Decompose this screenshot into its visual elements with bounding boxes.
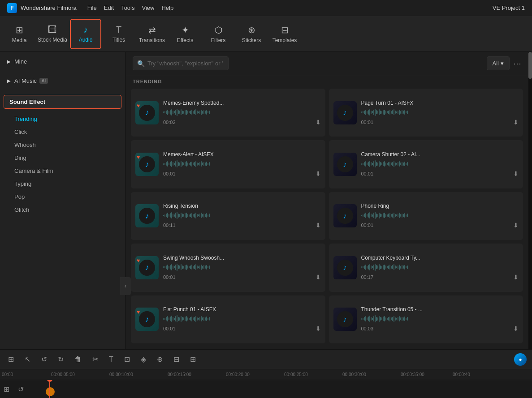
toolbar-media[interactable]: ⊞ Media: [4, 19, 35, 49]
music-note-icon: ♪: [145, 211, 149, 221]
audio-thumbnail: ♪: [333, 256, 357, 279]
trending-label: TRENDING: [125, 75, 528, 87]
audio-waveform: [163, 314, 321, 323]
toolbar-templates[interactable]: ⊟ Templates: [269, 19, 300, 49]
sidebar-item-trending[interactable]: Trending: [0, 112, 125, 125]
timeline-text-btn[interactable]: T: [106, 354, 116, 365]
audio-card[interactable]: ♪Page Turn 01 - AISFX00:01⬇: [329, 89, 523, 137]
timeline-translate-btn[interactable]: ⊞: [187, 353, 199, 365]
audio-waveform: [361, 263, 519, 272]
toolbar-stock-media[interactable]: 🎞 Stock Media: [37, 19, 68, 49]
toolbar-stickers[interactable]: ⊛ Stickers: [236, 19, 267, 49]
audio-download-button[interactable]: ⬇: [513, 274, 519, 281]
audio-card[interactable]: ♪Phone Ring00:01⬇: [329, 192, 523, 240]
menu-help[interactable]: Help: [161, 4, 173, 11]
sidebar-ai-music-label: AI Music: [14, 77, 37, 84]
audio-card[interactable]: ♪Camera Shutter 02 - Al...00:01⬇: [329, 140, 523, 188]
audio-thumb-inner: ♪: [139, 105, 155, 121]
media-icon: ⊞: [16, 25, 23, 35]
audio-duration: 00:17: [361, 274, 374, 280]
sidebar-item-typing[interactable]: Typing: [0, 177, 125, 190]
timeline-crop-btn[interactable]: ⊡: [121, 353, 133, 365]
filter-button[interactable]: All ▾: [487, 56, 510, 70]
audio-card[interactable]: ♪Thunder Transition 05 - ...00:03⬇: [329, 295, 523, 343]
sidebar-collapse-button[interactable]: ‹: [120, 277, 125, 295]
audio-duration: 00:03: [361, 326, 374, 331]
timeline-undo-btn[interactable]: ↺: [39, 353, 50, 365]
sidebar-item-ding[interactable]: Ding: [0, 151, 125, 164]
filter-label: All: [493, 60, 499, 67]
timeline-caption-btn[interactable]: ⊟: [171, 353, 182, 365]
timeline-mask-btn[interactable]: ◈: [138, 353, 149, 365]
track-add-button[interactable]: ⊞: [4, 384, 9, 394]
audio-card[interactable]: ♪Computer Keyboard Ty...00:17⬇: [329, 244, 523, 291]
audio-download-button[interactable]: ⬇: [316, 119, 321, 126]
audio-info: Memes-Enemy Spotted...00:02⬇: [163, 100, 321, 126]
audio-info: Page Turn 01 - AISFX00:01⬇: [361, 100, 519, 126]
stickers-icon: ⊛: [248, 25, 255, 35]
audio-download-button[interactable]: ⬇: [513, 325, 519, 332]
audio-card[interactable]: ♪♥Fist Punch 01 - AISFX00:01⬇: [131, 295, 325, 343]
audio-card[interactable]: ♪Rising Tension00:11⬇: [131, 192, 325, 240]
sidebar-sound-effect[interactable]: Sound Effect: [4, 95, 121, 109]
search-wrap: 🔍: [133, 56, 483, 70]
more-options-button[interactable]: ⋯: [513, 59, 521, 68]
audio-download-button[interactable]: ⬇: [513, 119, 519, 126]
audio-download-button[interactable]: ⬇: [316, 222, 321, 229]
audio-footer: 00:02⬇: [163, 119, 321, 126]
titlebar: F Wondershare Filmora File Edit Tools Vi…: [0, 0, 532, 16]
timeline-delete-btn[interactable]: 🗑: [72, 354, 84, 365]
transitions-icon: ⇄: [148, 25, 156, 35]
toolbar-filters[interactable]: ⬡ Filters: [203, 19, 234, 49]
app-logo: F: [7, 3, 17, 13]
toolbar-effects[interactable]: ✦ Effects: [169, 19, 201, 49]
content-scrollbar[interactable]: [528, 52, 532, 349]
audio-download-button[interactable]: ⬇: [513, 222, 519, 229]
sidebar-mine[interactable]: ▶ Mine: [0, 55, 125, 68]
audio-duration: 00:01: [163, 326, 176, 331]
audio-card[interactable]: ♪♥Memes-Enemy Spotted...00:02⬇: [131, 89, 325, 137]
sidebar-item-click[interactable]: Click: [0, 125, 125, 138]
audio-title: Fist Punch 01 - AISFX: [163, 306, 321, 312]
timeline-audio-btn[interactable]: ⊕: [154, 353, 165, 365]
sidebar-item-camera-film[interactable]: Camera & Film: [0, 164, 125, 177]
favorite-icon: ♥: [137, 309, 140, 315]
timeline-redo-btn[interactable]: ↻: [55, 353, 66, 365]
toolbar-transitions[interactable]: ⇄ Transitions: [136, 19, 168, 49]
audio-waveform: [361, 314, 519, 323]
audio-footer: 00:11⬇: [163, 222, 321, 229]
playhead[interactable]: [49, 380, 50, 398]
audio-download-button[interactable]: ⬇: [316, 325, 321, 332]
menu-view[interactable]: View: [142, 4, 154, 11]
track-loop-button[interactable]: ↺: [18, 384, 24, 394]
menu-tools[interactable]: Tools: [121, 4, 134, 11]
sidebar-item-glitch[interactable]: Glitch: [0, 203, 125, 216]
search-input[interactable]: [133, 56, 229, 70]
sidebar-item-pop[interactable]: Pop: [0, 190, 125, 203]
audio-download-button[interactable]: ⬇: [513, 170, 519, 177]
timeline-cut-btn[interactable]: ✂: [90, 353, 101, 365]
audio-thumb-inner: ♪: [139, 208, 155, 224]
sidebar-ai-music[interactable]: ▶ AI Music AI: [0, 74, 125, 88]
audio-download-button[interactable]: ⬇: [316, 170, 321, 177]
toolbar-audio[interactable]: ♪ Audio: [70, 19, 101, 49]
toolbar-stock-media-label: Stock Media: [38, 37, 67, 43]
toolbar-titles[interactable]: T Titles: [103, 19, 134, 49]
timeline-grid-btn[interactable]: ⊞: [5, 353, 17, 365]
audio-footer: 00:03⬇: [361, 325, 519, 332]
menu-file[interactable]: File: [87, 4, 97, 11]
menu-edit[interactable]: Edit: [104, 4, 114, 11]
audio-card[interactable]: ♪♥Memes-Alert - AISFX00:01⬇: [131, 140, 325, 188]
timeline-select-btn[interactable]: ↖: [22, 353, 33, 365]
ruler-mark-7: 00:00:35:00: [401, 372, 424, 377]
timeline: ⊞ ↖ ↺ ↻ 🗑 ✂ T ⊡ ◈ ⊕ ⊟ ⊞ ● 00:00 00:00:05…: [0, 349, 532, 398]
audio-thumb-inner: ♪: [337, 260, 353, 276]
scrollbar-thumb[interactable]: [528, 52, 532, 79]
audio-download-button[interactable]: ⬇: [316, 274, 321, 281]
audio-title: Page Turn 01 - AISFX: [361, 100, 519, 106]
ai-music-arrow-icon: ▶: [7, 78, 11, 83]
audio-thumbnail: ♪: [333, 204, 357, 227]
sidebar-item-whoosh[interactable]: Whoosh: [0, 138, 125, 151]
audio-title: Camera Shutter 02 - Al...: [361, 151, 519, 158]
audio-card[interactable]: ♪♥Swing Whoosh Swoosh...00:01⬇: [131, 244, 325, 291]
